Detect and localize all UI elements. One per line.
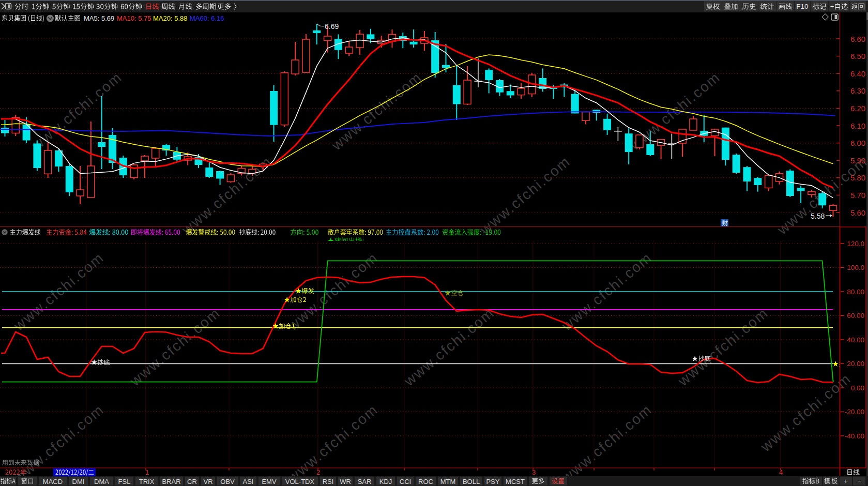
svg-text:FSL: FSL xyxy=(118,478,131,485)
svg-text:RSI: RSI xyxy=(323,478,334,485)
svg-text:5.58: 5.58 xyxy=(811,212,825,220)
svg-text:6.50: 6.50 xyxy=(850,52,865,60)
svg-text:-40.00: -40.00 xyxy=(845,432,864,440)
svg-text:F10: F10 xyxy=(796,3,808,10)
svg-text:5.90: 5.90 xyxy=(850,156,865,165)
svg-text:5.80: 5.80 xyxy=(850,173,865,182)
svg-text:CCI: CCI xyxy=(400,478,411,485)
svg-text:VR: VR xyxy=(203,478,212,485)
svg-text:100.0: 100.0 xyxy=(847,264,864,271)
svg-text:6.69: 6.69 xyxy=(325,22,339,31)
svg-text:5.60: 5.60 xyxy=(850,208,865,217)
svg-text:MA60: 6.16: MA60: 6.16 xyxy=(190,14,224,22)
svg-text:6.10: 6.10 xyxy=(850,122,865,130)
svg-text:1: 1 xyxy=(145,468,149,476)
svg-text:PSY: PSY xyxy=(486,478,499,485)
svg-text:OBV: OBV xyxy=(220,478,235,485)
svg-text:DMA: DMA xyxy=(94,478,109,485)
svg-text:3: 3 xyxy=(532,468,536,476)
svg-text:MCST: MCST xyxy=(506,478,525,485)
svg-text:MA10: 5.75: MA10: 5.75 xyxy=(117,14,151,22)
svg-text:BOLL: BOLL xyxy=(463,478,480,485)
svg-text:2: 2 xyxy=(316,468,320,476)
svg-text:TRIX: TRIX xyxy=(139,478,155,485)
svg-text:BRAR: BRAR xyxy=(162,478,180,485)
svg-text:5.70: 5.70 xyxy=(850,191,865,200)
svg-text:KDJ: KDJ xyxy=(379,478,392,485)
svg-text:ASI: ASI xyxy=(243,478,254,485)
svg-text:6.30: 6.30 xyxy=(850,86,865,95)
svg-text:ROC: ROC xyxy=(418,478,433,485)
svg-text:6.00: 6.00 xyxy=(850,139,865,147)
svg-text:+: + xyxy=(844,477,848,485)
svg-text:6.60: 6.60 xyxy=(850,35,865,43)
svg-text:DMI: DMI xyxy=(72,478,85,485)
svg-text:80.00: 80.00 xyxy=(847,288,864,296)
svg-text:40.00: 40.00 xyxy=(847,336,864,344)
svg-text:WR: WR xyxy=(340,478,351,485)
svg-text:VOL-TDX: VOL-TDX xyxy=(285,478,315,485)
svg-text:60.00: 60.00 xyxy=(847,312,864,320)
svg-text:6.20: 6.20 xyxy=(850,104,865,113)
svg-text:SAR: SAR xyxy=(358,478,372,485)
svg-text:MA5: 5.69: MA5: 5.69 xyxy=(84,14,114,22)
svg-text:6.40: 6.40 xyxy=(850,69,865,78)
svg-text:4: 4 xyxy=(779,468,783,476)
svg-text:0.00: 0.00 xyxy=(851,384,864,392)
svg-text:EMV: EMV xyxy=(262,478,277,485)
svg-text:MTM: MTM xyxy=(440,478,456,485)
svg-text:−: − xyxy=(857,477,861,485)
svg-text:20.00: 20.00 xyxy=(847,360,864,368)
svg-text:CR: CR xyxy=(187,478,197,485)
svg-text:MACD: MACD xyxy=(43,478,63,485)
svg-text:MA20: 5.88: MA20: 5.88 xyxy=(153,14,188,22)
svg-text:-20.00: -20.00 xyxy=(845,408,864,416)
svg-text:120.0: 120.0 xyxy=(847,240,864,248)
